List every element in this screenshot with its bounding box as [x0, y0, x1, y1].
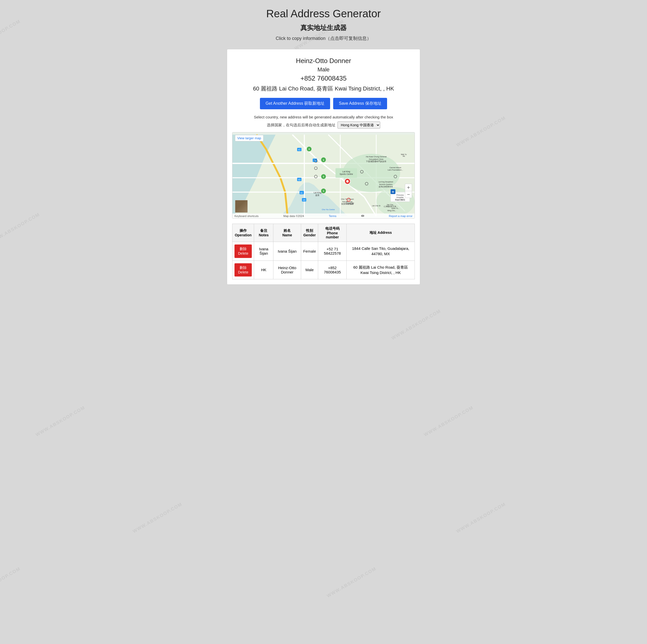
watermark: WWW.ABSKOOP.COM — [132, 501, 183, 534]
svg-text:Ha Kwai Chung General: Ha Kwai Chung General — [366, 156, 386, 158]
map-terms[interactable]: Terms — [329, 215, 337, 218]
col-address: 地址 Address — [347, 224, 415, 242]
table-body: 删除Delete Ivana Šijan Ivana Šijan Female … — [232, 242, 415, 279]
svg-text:Sports Centre: Sports Centre — [340, 173, 353, 175]
svg-text:Hospital,: Hospital, — [397, 196, 404, 199]
person-address[interactable]: 60 麗祖路 Lai Cho Road, 葵青區 Kwai Tsing Dist… — [232, 85, 415, 93]
row1-phone: +52 71 58422578 — [318, 242, 347, 260]
address-card: Heinz-Otto Donner Male +852 76008435 60 … — [227, 49, 420, 285]
watermark: WWW.ABSKOOP.COM — [0, 18, 21, 51]
svg-text:Rd: Rd — [403, 156, 405, 157]
map-separator: ↈ — [361, 214, 364, 218]
col-phone: 电话号码Phone number — [318, 224, 347, 242]
svg-text:9C: 9C — [300, 191, 303, 194]
map-footer: Keyboard shortcuts Map data ©2024 Terms … — [232, 214, 415, 218]
person-name[interactable]: Heinz-Otto Donner — [232, 57, 415, 65]
country-select-label: 选择国家，在勾选后后将自动生成新地址 — [267, 123, 336, 128]
table-header: 操作Operation 备注Notes 姓名Name 性别Gender 电话号码… — [232, 224, 415, 242]
country-select-description: Select country, new address will be gene… — [232, 114, 415, 120]
svg-text:5: 5 — [323, 176, 324, 178]
svg-text:Services Quarters: Services Quarters — [379, 183, 393, 185]
map-svg: Lai King Sports Centre Ha Kwai Chung Gen… — [232, 133, 415, 218]
map-zoom-in-button[interactable]: + — [405, 184, 412, 191]
svg-text:Lai King: Lai King — [342, 170, 350, 173]
svg-text:Carmel Alison: Carmel Alison — [389, 166, 401, 169]
row2-operation: 删除Delete — [232, 260, 254, 279]
table-header-row: 操作Operation 备注Notes 姓名Name 性别Gender 电话号码… — [232, 224, 415, 242]
map-keyboard-shortcuts: Keyboard shortcuts — [234, 215, 259, 218]
watermark: WWW.ABSKOOP.COM — [326, 566, 377, 599]
svg-text:!: ! — [348, 199, 349, 201]
svg-text:5: 5 — [323, 159, 324, 161]
svg-text:5: 5 — [323, 190, 324, 192]
map-thumbnail-image — [235, 200, 247, 213]
instruction: Click to copy information（点击即可复制信息） — [220, 35, 427, 42]
svg-text:Out-patient Clinic: Out-patient Clinic — [369, 158, 383, 160]
map-thumbnail — [235, 200, 248, 213]
svg-text:荔景紀律部隊宿舍: 荔景紀律部隊宿舍 — [379, 186, 393, 188]
watermark: WWW.ABSKOOP.COM — [35, 405, 86, 437]
country-select[interactable]: Hong Kong 中国香港 China 中国 USA 美国 Mexico 墨西… — [338, 122, 380, 129]
map-data-copyright: Map data ©2024 — [283, 215, 304, 218]
svg-text:4C: 4C — [298, 148, 301, 151]
col-name: 姓名Name — [273, 224, 301, 242]
svg-text:Google: Google — [346, 202, 354, 205]
svg-point-40 — [346, 180, 349, 182]
svg-text:Lai King Disciplined: Lai King Disciplined — [378, 181, 393, 183]
svg-text:H: H — [392, 190, 394, 193]
row2-address: 60 麗祖路 Lai Cho Road, 葵青區 Kwai Tsing Dist… — [347, 260, 415, 279]
row1-notes: Ivana Šijan — [254, 242, 273, 260]
svg-text:4B: 4B — [303, 199, 306, 201]
row2-notes: HK — [254, 260, 273, 279]
svg-text:3: 3 — [308, 148, 310, 150]
col-operation: 操作Operation — [232, 224, 254, 242]
row2-name: Heinz-Otto Donner — [273, 260, 301, 279]
watermark: WWW.ABSKOOP.COM — [390, 308, 442, 341]
svg-text:Lai King: Lai King — [313, 191, 321, 194]
svg-text:Cho Yiu Centre: Cho Yiu Centre — [322, 209, 335, 211]
delete-button-1[interactable]: 删除Delete — [234, 244, 252, 258]
svg-text:Lim Cho St: Lim Cho St — [372, 205, 380, 207]
table-row: 删除Delete Ivana Šijan Ivana Šijan Female … — [232, 242, 415, 260]
country-select-row: 选择国家，在勾选后后将自动生成新地址 Hong Kong 中国香港 China … — [232, 122, 415, 129]
row1-operation: 删除Delete — [232, 242, 254, 260]
svg-text:Wah Yu: Wah Yu — [401, 154, 407, 155]
svg-text:9D: 9D — [298, 178, 301, 181]
watermark: WWW.ABSKOOP.COM — [455, 115, 507, 148]
col-gender: 性别Gender — [301, 224, 318, 242]
sub-title: 真实地址生成器 — [220, 23, 427, 32]
get-address-button[interactable]: Get Another Address 获取新地址 — [260, 98, 330, 109]
svg-text:下葵涌普通科門診診所: 下葵涌普通科門診診所 — [366, 160, 386, 163]
saved-addresses-table: 操作Operation 备注Notes 姓名Name 性别Gender 电话号码… — [232, 224, 415, 279]
svg-text:Kwok Yu...: Kwok Yu... — [391, 208, 399, 209]
watermark: WWW.ABSKOOP.COM — [455, 501, 507, 534]
map-zoom-out-button[interactable]: − — [405, 191, 412, 198]
view-larger-map-link[interactable]: View larger map — [235, 135, 264, 141]
row1-gender: Female — [301, 242, 318, 260]
delete-button-2[interactable]: 删除Delete — [234, 263, 252, 276]
row2-gender: Male — [301, 260, 318, 279]
main-title: Real Address Generator — [220, 8, 427, 20]
table-row: 删除Delete HK Heinz-Otto Donner Male +852 … — [232, 260, 415, 279]
svg-text:Wing Cho...: Wing Cho... — [387, 210, 396, 212]
map-report-error[interactable]: Report a map error — [389, 215, 413, 218]
row1-address: 1844 Calle San Tito, Guadalajara, 44780,… — [347, 242, 415, 260]
map-placeholder: Lai King Sports Centre Ha Kwai Chung Gen… — [232, 133, 415, 218]
page-content: Real Address Generator 真实地址生成器 Click to … — [215, 0, 432, 300]
svg-text:Princess: Princess — [397, 194, 404, 196]
action-buttons: Get Another Address 获取新地址 Save Address 保… — [232, 98, 415, 109]
svg-text:瑪嘉烈醫院: 瑪嘉烈醫院 — [395, 199, 405, 201]
svg-text:Lam Foundation...: Lam Foundation... — [387, 169, 403, 171]
map-zoom-controls: + − — [405, 184, 412, 198]
map-container: Lai King Sports Centre Ha Kwai Chung Gen… — [232, 132, 415, 219]
person-phone[interactable]: +852 76008435 — [232, 74, 415, 82]
save-address-button[interactable]: Save Address 保存地址 — [333, 98, 387, 109]
svg-text:荔景: 荔景 — [315, 194, 319, 196]
row1-name: Ivana Šijan — [273, 242, 301, 260]
row2-phone: +852 76008435 — [318, 260, 347, 279]
watermark: WWW.ABSKOOP.COM — [0, 212, 41, 244]
watermark: WWW.ABSKOOP.COM — [423, 405, 474, 437]
svg-text:Yan Cha...: Yan Cha... — [386, 204, 394, 206]
person-gender[interactable]: Male — [232, 66, 415, 73]
watermark: WWW.ABSKOOP.COM — [0, 566, 21, 599]
